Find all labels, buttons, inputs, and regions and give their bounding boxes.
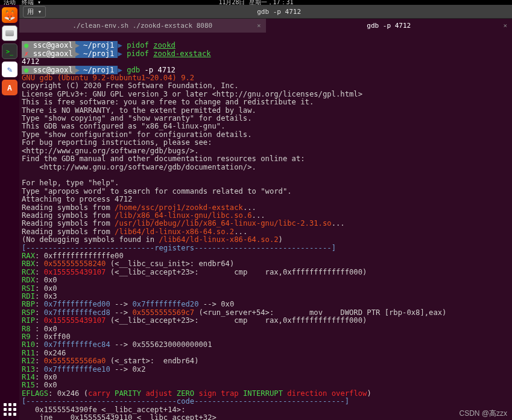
gdb-output: Find the GDB manual and other documentat… [22,154,305,163]
reg-addr: 0x7ffffffffec84 [44,340,110,349]
gdb-output: There is NO WARRANTY, to the extent perm… [22,106,256,115]
reg-name: R15 [22,381,35,389]
command-arg: zookd-exstack [153,49,210,58]
reg-name: RDX [22,276,35,284]
reg-name: R11 [22,349,35,357]
symbol-path: /lib/x86_64-linux-gnu/libc.so.6 [115,211,251,220]
reg-value: : 0x246 [35,349,66,357]
reg-name: RDI [22,292,35,301]
reg-addr: 0x7ffffffffed20 [132,300,198,308]
symbol-path: /lib64/ld-linux-x86-64.so.2 [115,228,234,236]
reg-name: EFLAGS [22,389,48,398]
prompt-user: ssc@gaoxl [33,66,73,74]
symbol-path: /usr/lib/debug//lib/x86_64-linux-gnu/lib… [115,219,332,228]
terminal-tab-1[interactable]: ./clean-env.sh ./zookd-exstack 8080 × [19,18,266,33]
terminal-content[interactable]: ● ssc@gaoxl▶~/proj1▶ pidof zookd ✗ ssc@g… [19,33,512,420]
symbol-path: /home/ssc/proj1/zookd-exstack [115,203,243,212]
gnome-top-panel: 活动 终端 ▾ 11月28日 星期一，17：31 [0,0,512,5]
gdb-output: Reading symbols from [22,219,115,228]
reg-name: RIP [22,316,35,325]
disasm-line: 0x1555554390fe <__libc_accept+14>: [22,406,186,414]
reg-tail: (<run_server+54>: mov DWORD PTR [rbp-0x8… [194,308,446,317]
terminal-window: 用 ▾ gdb -p 4712 ./clean-env.sh ./zookd-e… [19,5,512,420]
reg-name: R13 [22,365,35,374]
reg-addr: 0x7ffffffffed00 [44,300,110,308]
reg-value: : 0xfffffffffffffe00 [35,252,124,260]
show-apps-icon[interactable] [2,402,17,416]
reg-name: RSP [22,308,35,317]
reg-name: RBP [22,300,35,308]
reg-addr: 0x555555558240 [44,259,106,268]
reg-value: : 0x246 ( [48,389,88,398]
terminal-tab-bar: ./clean-env.sh ./zookd-exstack 8080 × gd… [19,18,512,33]
files-icon[interactable] [2,25,17,41]
section-header-registers: [-----------------------------registers-… [22,244,336,252]
reg-name: RAX [22,252,35,260]
prompt-path: ~/proj1 [80,49,118,58]
gdb-output: Reading symbols from [22,228,115,236]
reg-value: : 0xff00 [35,332,71,341]
reg-value: : 0x0 [35,381,57,389]
symbol-path: /lib64/ld-linux-x86-64.so.2 [159,235,278,244]
prompt-path: ~/proj1 [80,66,118,74]
window-title: gdb -p 4712 [49,8,508,16]
reg-name: RCX [22,268,35,276]
gdb-banner: GNU gdb (Ubuntu 9.2-0ubuntu1~20.04) 9.2 [22,74,194,82]
close-icon[interactable]: × [503,22,507,30]
close-icon[interactable]: × [257,22,261,30]
prompt-user: ssc@gaoxl [33,49,73,58]
command: pidof [127,49,149,58]
firefox-icon[interactable]: 🦊 [2,7,17,23]
reg-tail: (<__libc_accept+23>: cmp rax,0xfffffffff… [106,268,367,276]
reg-name: R10 [22,340,35,349]
gdb-output: (No debugging symbols found in [22,235,159,244]
command-arg: zookd [153,41,175,49]
command-output: 4712 [22,57,39,66]
prompt-path: ~/proj1 [80,41,118,49]
reg-name: R14 [22,373,35,381]
terminal-icon[interactable]: >_ [2,43,17,59]
gdb-output: This is free software: you are free to c… [22,98,314,106]
reg-name: R9 [22,332,31,341]
reg-addr: 0x7ffffffffee10 [44,365,110,374]
reg-addr: 0x7ffffffffecd8 [44,308,110,317]
reg-name: R8 [22,325,31,333]
new-tab-button[interactable]: 用 ▾ [23,6,46,18]
command: pidof [127,41,149,49]
terminal-tab-2[interactable]: gdb -p 4712 × [266,18,513,33]
gdb-output: For bug reporting instructions, please s… [22,138,212,147]
reg-value: : 0x0 [35,325,57,333]
gdb-output: For help, type "help". [22,179,119,187]
software-store-icon[interactable]: A [2,80,17,95]
gdb-output: This GDB was configured as "x86_64-linux… [22,122,226,130]
gdb-output: Type "show configuration" for configurat… [22,130,252,139]
reg-name: R12 [22,357,35,365]
reg-value: : 0x0 [35,284,57,293]
ubuntu-dock: 🦊 >_ ✎ A [0,5,19,420]
gdb-output: Reading symbols from [22,203,115,212]
command: gdb [127,66,140,74]
reg-addr: 0x155555439107 [44,268,106,276]
tab-label: gdb -p 4712 [367,22,411,30]
reg-addr: 0x5555555569c7 [132,308,194,317]
gdb-output: Type "apropos word" to search for comman… [22,187,292,196]
reg-tail: --> 0x5556230000000001 [110,340,212,349]
command-arg: -p 4712 [145,66,175,74]
gdb-output: <http://www.gnu.org/software/gdb/documen… [22,163,256,171]
prompt-user: ssc@gaoxl [33,41,73,49]
reg-value: : 0x3 [35,292,57,301]
reg-addr: 0x5555555566a0 [44,357,106,365]
window-title-bar: 用 ▾ gdb -p 4712 [19,5,512,18]
reg-tail: (<_start>: endbr64) [106,357,198,365]
reg-value: : 0x0 [35,373,57,381]
reg-tail: --> 0x0 [199,300,235,308]
reg-value: : 0x0 [35,276,57,284]
reg-addr: 0x155555439107 [44,316,106,325]
gdb-output: Type "show copying" and "show warranty" … [22,114,252,122]
section-header-code: [----------------------------------code-… [22,397,349,406]
text-editor-icon[interactable]: ✎ [2,62,17,77]
watermark: CSDN @高zzx [459,409,507,419]
reg-tail: (<__libc_accept+23>: cmp rax,0xfffffffff… [106,316,367,325]
gdb-output: Copyright (C) 2020 Free Software Foundat… [22,81,239,90]
gdb-output: Reading symbols from [22,211,115,220]
